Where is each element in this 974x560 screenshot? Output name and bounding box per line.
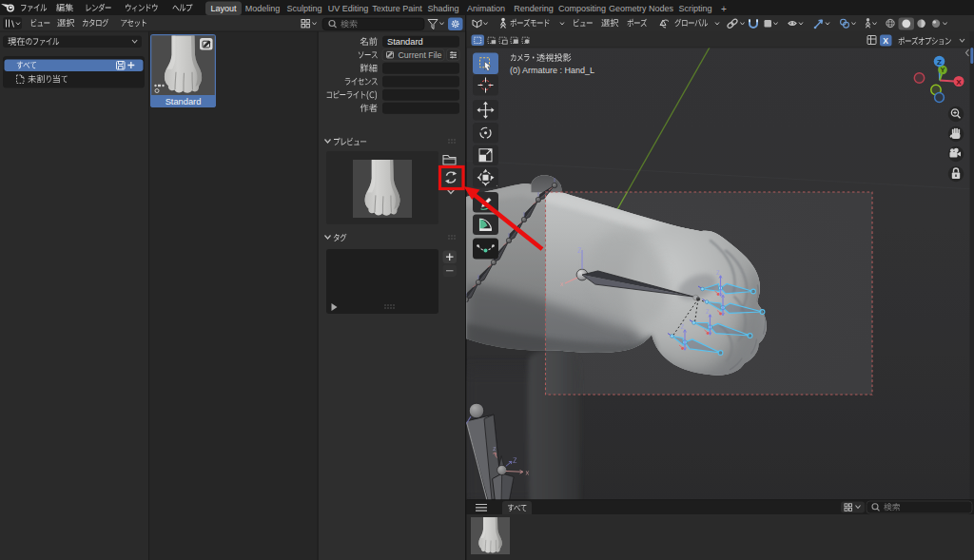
svg-text:Sculpting: Sculpting xyxy=(286,4,321,13)
svg-text:Texture Paint: Texture Paint xyxy=(372,4,422,13)
svg-text:Rendering: Rendering xyxy=(514,4,554,13)
svg-text:Geometry Nodes: Geometry Nodes xyxy=(609,4,674,13)
svg-text:Animation: Animation xyxy=(467,4,505,13)
svg-text:Scripting: Scripting xyxy=(678,4,711,13)
svg-text:Layout: Layout xyxy=(210,4,237,13)
svg-text:Compositing: Compositing xyxy=(558,4,606,13)
svg-text:X: X xyxy=(883,36,888,46)
svg-text:Z: Z xyxy=(937,58,942,67)
svg-text:X: X xyxy=(956,78,962,87)
svg-text:+: + xyxy=(721,4,727,14)
svg-text:(0) Armature : Hand_L: (0) Armature : Hand_L xyxy=(510,66,594,75)
svg-text:Standard: Standard xyxy=(387,37,423,47)
svg-text:Y: Y xyxy=(940,66,945,74)
svg-text:Current File: Current File xyxy=(399,50,442,60)
svg-text:Shading: Shading xyxy=(427,4,458,13)
svg-text:Standard: Standard xyxy=(166,97,202,106)
svg-text:Modeling: Modeling xyxy=(245,4,281,13)
svg-text:UV Editing: UV Editing xyxy=(328,4,369,13)
